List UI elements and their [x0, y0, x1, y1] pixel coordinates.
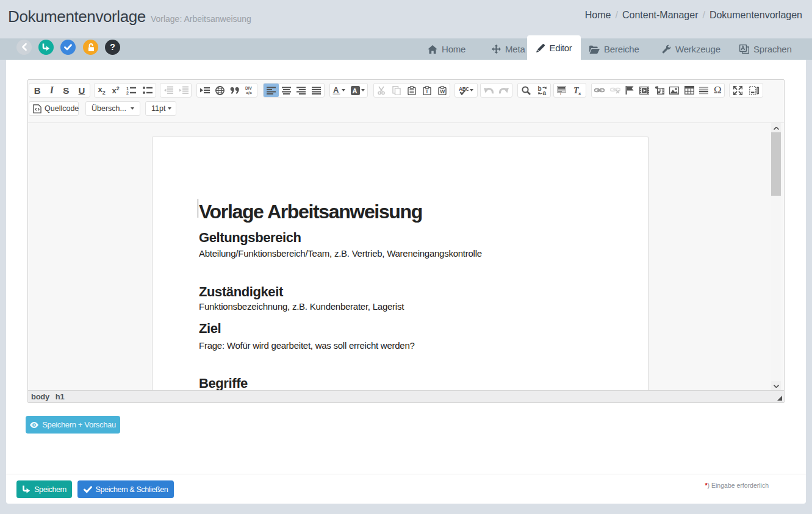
svg-text:W: W — [440, 88, 445, 95]
svg-text:2: 2 — [126, 91, 129, 95]
svg-text:A: A — [352, 87, 357, 94]
svg-text:a: a — [542, 89, 546, 95]
svg-text:T: T — [425, 88, 429, 95]
svg-text:A: A — [333, 86, 339, 95]
svg-text:1: 1 — [126, 87, 129, 91]
svg-text:ABC: ABC — [459, 86, 469, 92]
svg-text:DIV: DIV — [245, 86, 253, 90]
svg-text:</>: </> — [246, 91, 252, 95]
svg-text:b: b — [537, 86, 541, 92]
svg-text:x: x — [578, 91, 581, 95]
